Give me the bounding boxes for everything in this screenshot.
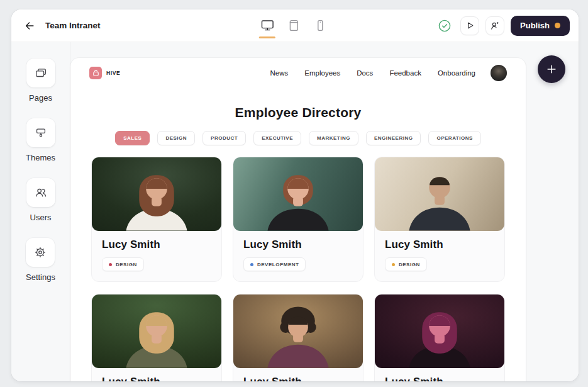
filter-engineering[interactable]: ENGINEERING [366,131,421,145]
toolbar-actions: Publish [435,16,570,36]
site-nav-links: News Employees Docs Feedback Onboarding [270,69,475,77]
person-sparkle-icon [489,20,501,31]
employee-card[interactable]: Lucy Smith [233,294,363,381]
employee-name: Lucy Smith [102,238,211,251]
back-arrow-icon [24,20,35,31]
badge-dot [392,263,395,266]
filter-product[interactable]: PRODUCT [202,131,246,145]
badge-label: DEVELOPMENT [257,262,299,267]
play-icon [465,20,475,31]
sidebar-item-settings[interactable]: Settings [26,238,55,282]
sidebar-label-users: Users [30,213,52,222]
page-title: Team Intranet [45,21,101,30]
site-logo[interactable]: HIVE [89,67,120,79]
nav-link-feedback[interactable]: Feedback [389,69,421,77]
sidebar-label-settings: Settings [26,272,55,282]
sidebar-item-pages[interactable]: Pages [26,59,55,103]
device-preview-switcher [259,16,328,35]
site-user-avatar[interactable] [491,65,507,81]
employee-card[interactable]: Lucy Smith [91,294,222,381]
tablet-icon [287,20,299,31]
themes-icon [34,126,48,140]
nav-link-employees[interactable]: Employees [304,69,340,77]
bag-icon [92,69,100,77]
employee-photo [375,294,504,368]
sidebar-label-themes: Themes [26,153,55,162]
person-silhouette [375,157,504,231]
editor-content: Pages Themes Users Settings [11,42,579,381]
settings-gear-icon [33,245,47,259]
person-silhouette [233,157,363,231]
department-filters: SALES DESIGN PRODUCT EXECUTIVE MARKETING… [70,131,526,145]
check-circle-icon [437,18,452,33]
employee-photo [233,157,363,231]
publish-button[interactable]: Publish [511,16,570,36]
tablet-preview-button[interactable] [286,16,302,35]
employee-card[interactable]: Lucy Smith [374,294,505,381]
hive-logo-mark [89,67,102,79]
nav-link-news[interactable]: News [270,69,289,77]
site-preview: HIVE News Employees Docs Feedback Onboar… [70,58,526,381]
person-silhouette [92,157,221,231]
filter-operations[interactable]: OPERATIONS [428,131,480,145]
employee-photo [92,157,221,231]
sidebar-label-pages: Pages [29,93,52,103]
mobile-icon [314,20,326,31]
badge-dot [109,263,112,266]
preview-play-button[interactable] [460,16,479,35]
badge-dot [250,263,253,266]
badge-label: DESIGN [116,262,137,267]
employee-photo [233,294,363,368]
filter-executive[interactable]: EXECUTIVE [253,131,301,145]
employee-name: Lucy Smith [243,376,353,381]
publish-label: Publish [520,21,550,30]
nav-link-docs[interactable]: Docs [357,69,373,77]
saved-status-button[interactable] [435,16,454,35]
employee-badge: DESIGN [102,257,144,271]
sidebar-item-themes[interactable]: Themes [26,118,55,162]
pages-icon [34,66,48,80]
directory-heading: Employee Directory [70,105,526,120]
employee-photo [375,157,504,231]
top-toolbar: Team Intranet Publish [11,9,579,42]
sidebar-item-users[interactable]: Users [26,178,55,222]
employee-photo [92,294,221,368]
filter-design[interactable]: DESIGN [157,131,195,145]
canvas-area: HIVE News Employees Docs Feedback Onboar… [70,42,579,381]
employee-card[interactable]: Lucy Smith DESIGN [374,157,505,282]
editor-window: Team Intranet Publish [11,9,579,381]
brand-name: HIVE [106,70,120,76]
person-silhouette [92,294,221,368]
sidebar: Pages Themes Users Settings [11,42,70,381]
employee-card[interactable]: Lucy Smith DEVELOPMENT [233,157,363,282]
person-silhouette [233,294,363,368]
employee-name: Lucy Smith [385,376,494,381]
site-navbar: HIVE News Employees Docs Feedback Onboar… [70,58,526,88]
desktop-preview-button[interactable] [259,16,275,35]
share-invite-button[interactable] [485,16,504,35]
employee-badge: DEVELOPMENT [243,257,306,271]
employee-name: Lucy Smith [385,238,494,251]
mobile-preview-button[interactable] [312,16,328,35]
person-silhouette [375,294,504,368]
plus-icon [545,63,558,76]
badge-label: DESIGN [399,262,420,267]
employee-badge: DESIGN [385,257,427,271]
nav-link-onboarding[interactable]: Onboarding [438,69,475,77]
employee-name: Lucy Smith [243,238,353,251]
employee-card[interactable]: Lucy Smith DESIGN [91,157,222,282]
add-block-button[interactable] [538,55,565,83]
employee-grid: Lucy Smith DESIGN [70,145,526,381]
filter-sales[interactable]: SALES [115,131,150,145]
back-button[interactable] [20,16,39,35]
desktop-icon [260,20,274,31]
publish-status-dot [555,23,560,28]
filter-marketing[interactable]: MARKETING [309,131,358,145]
employee-name: Lucy Smith [102,376,211,381]
users-icon [34,186,48,199]
